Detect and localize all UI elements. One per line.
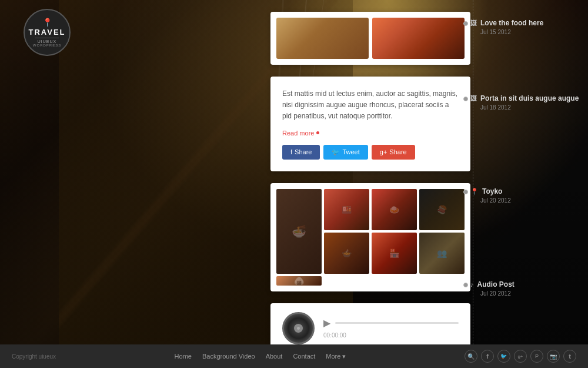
text-card: Est mattis mid ut lectus enim, auctor ac… <box>270 77 470 171</box>
site-logo[interactable]: 📍 TRAVEL UIUEUX WORDPRESS <box>24 9 71 56</box>
nav-background-video[interactable]: Background Video <box>202 353 255 360</box>
googleplus-icon[interactable]: g+ <box>514 350 527 363</box>
audio-timestamp: 00:00:00 <box>323 332 459 339</box>
logo-pin-icon: 📍 <box>42 18 52 27</box>
footer-nav: Home Background Video About Contact More… <box>175 353 346 360</box>
google-icon: g+ <box>380 148 387 155</box>
sidebar-dot-1 <box>463 21 468 26</box>
sidebar-item-2-date: Jul 18 2012 <box>480 104 582 111</box>
twitter-icon: 🐦 <box>332 148 340 156</box>
gallery-photo-7[interactable]: 👥 <box>419 233 465 274</box>
sidebar-timeline: 🖼 Love the food here Jul 15 2012 🖼 Porta… <box>470 12 582 313</box>
sidebar-item-2-title: Porta in sit duis augue augue <box>480 94 579 102</box>
twitter-icon[interactable]: 🐦 <box>497 350 510 363</box>
sidebar-title-3: 📍 Toyko <box>470 187 582 195</box>
card-body-text: Est mattis mid ut lectus enim, auctor ac… <box>282 88 459 122</box>
sidebar-item-love-food: 🖼 Love the food here Jul 15 2012 <box>470 19 582 35</box>
footer-copyright: Copyright uiueux <box>12 353 56 360</box>
audio-progress-bar[interactable] <box>335 322 459 324</box>
gallery-photo-3[interactable]: 🍛 <box>372 189 417 230</box>
sidebar-dot-4 <box>463 283 468 287</box>
image-row <box>276 18 465 59</box>
sidebar-item-audio: ♪ Audio Post Jul 20 2012 <box>470 280 582 297</box>
read-more-dot <box>316 131 319 134</box>
vinyl-record <box>282 312 315 344</box>
image-icon-2: 🖼 <box>470 95 477 102</box>
audio-card: ▶ 00:00:00 <box>270 303 470 344</box>
sidebar-item-4-title: Audio Post <box>477 280 514 289</box>
play-button[interactable]: ▶ <box>323 317 330 329</box>
pinterest-icon[interactable]: P <box>530 350 543 363</box>
sidebar-item-porta: 🖼 Porta in sit duis augue augue Jul 18 2… <box>470 94 582 111</box>
photo-grid: 🍜 🍱 🍛 🍣 🍲 🏪 👥 <box>276 189 465 286</box>
sidebar-item-1-date: Jul 15 2012 <box>480 29 582 35</box>
sidebar-title-1: 🖼 Love the food here <box>470 19 582 27</box>
audio-controls: ▶ 00:00:00 <box>323 317 459 339</box>
facebook-icon: f <box>290 148 292 155</box>
logo-wordpress-text: WORDPRESS <box>33 44 61 47</box>
sidebar-item-1-title: Love the food here <box>480 19 543 27</box>
gallery-photo-8[interactable]: 🍙 <box>276 276 322 286</box>
twitter-tweet-label: Tweet <box>342 148 359 155</box>
nav-about[interactable]: About <box>266 353 283 360</box>
vinyl-dot <box>297 327 300 330</box>
tumblr-icon[interactable]: t <box>563 350 576 363</box>
food-image-2 <box>372 18 465 59</box>
sidebar-dot-3 <box>463 190 468 194</box>
facebook-share-button[interactable]: f Share <box>282 145 320 160</box>
footer: Copyright uiueux Home Background Video A… <box>0 344 588 368</box>
footer-social-icons: 🔍 f 🐦 g+ P 📷 t <box>465 350 576 363</box>
gallery-photo-5[interactable]: 🍲 <box>324 233 369 274</box>
vinyl-center <box>294 324 303 333</box>
instagram-icon[interactable]: 📷 <box>547 350 560 363</box>
food-image-1 <box>276 18 369 59</box>
image-card <box>270 12 470 65</box>
pin-icon: 📍 <box>470 188 479 195</box>
play-row: ▶ <box>323 317 459 329</box>
logo-travel-text: TRAVEL <box>28 28 65 37</box>
logo-divider <box>35 38 59 38</box>
sidebar-item-4-date: Jul 20 2012 <box>480 290 582 297</box>
sidebar-item-3-title: Toyko <box>482 187 502 195</box>
search-icon[interactable]: 🔍 <box>465 350 477 363</box>
read-more-text: Read more <box>282 130 314 137</box>
audio-icon: ♪ <box>470 281 474 288</box>
sidebar-title-2: 🖼 Porta in sit duis augue augue <box>470 94 582 102</box>
gallery-photo-1[interactable]: 🍜 <box>276 189 322 274</box>
gallery-photo-2[interactable]: 🍱 <box>324 189 369 230</box>
share-buttons: f Share 🐦 Tweet g+ Share <box>282 145 459 160</box>
sidebar-title-4: ♪ Audio Post <box>470 280 582 289</box>
gallery-card: 🍜 🍱 🍛 🍣 🍲 🏪 👥 <box>270 183 470 291</box>
nav-more[interactable]: More ▾ <box>326 353 346 360</box>
facebook-icon[interactable]: f <box>481 350 494 363</box>
gallery-photo-4[interactable]: 🍣 <box>419 189 465 230</box>
gallery-photo-6[interactable]: 🏪 <box>372 233 417 274</box>
sidebar-item-toyko: 📍 Toyko Jul 20 2012 <box>470 187 582 204</box>
google-share-label: Share <box>389 148 406 155</box>
sidebar-item-3-date: Jul 20 2012 <box>480 197 582 204</box>
content-area: Est mattis mid ut lectus enim, auctor ac… <box>0 0 588 344</box>
logo-uiueux-text: UIUEUX <box>38 39 56 44</box>
facebook-share-label: Share <box>295 148 312 155</box>
nav-contact[interactable]: Contact <box>293 353 315 360</box>
read-more-link[interactable]: Read more <box>282 130 319 137</box>
google-share-button[interactable]: g+ Share <box>372 145 415 160</box>
sidebar-dot-2 <box>463 97 468 101</box>
image-icon-1: 🖼 <box>470 19 477 26</box>
nav-home[interactable]: Home <box>175 353 192 360</box>
twitter-tweet-button[interactable]: 🐦 Tweet <box>323 145 368 160</box>
